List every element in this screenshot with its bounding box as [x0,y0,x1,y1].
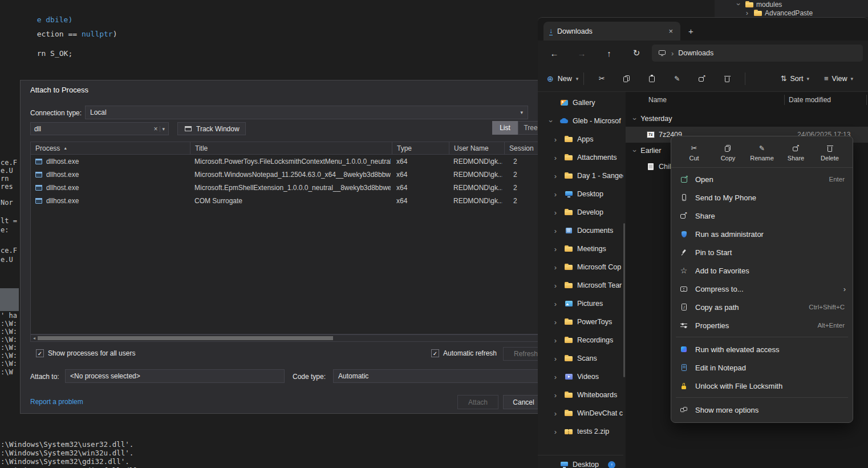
column-separator[interactable] [784,95,785,105]
chevron-icon[interactable] [551,336,559,345]
solution-tree-item[interactable]: modules [715,0,868,9]
chevron-icon[interactable] [551,135,559,144]
process-row[interactable]: dllhost.exe Microsoft.EpmShellExtension_… [31,181,543,194]
filter-dropdown-icon[interactable]: ▾ [160,126,165,132]
menu-item-compress-to[interactable]: Compress to... [671,280,853,298]
share-button[interactable] [689,74,715,83]
breadcrumb-downloads[interactable]: Downloads [678,49,713,57]
downloads-tab[interactable]: ↓ Downloads × [543,22,680,41]
menu-item-unlock-file-locksmith[interactable]: Unlock with File Locksmith [671,377,853,395]
menu-item-open[interactable]: Open Enter [671,170,853,188]
rename-button[interactable] [664,74,689,83]
menu-item-share[interactable]: Share [671,207,853,225]
chevron-icon[interactable] [551,245,559,253]
quick-cut-button[interactable]: Cut [678,139,710,166]
menu-item-send-to-phone[interactable]: Send to My Phone [671,188,853,207]
sidebar-item[interactable]: Microsoft Tear [538,276,623,294]
menu-item-show-more-options[interactable]: Show more options [671,401,853,419]
checkbox-checked-icon[interactable]: ✓ [431,349,439,357]
menu-item-edit-in-notepad[interactable]: Edit in Notepad [671,358,853,377]
chevron-icon[interactable] [735,0,743,9]
sidebar-item[interactable]: PowerToys [538,313,623,331]
sidebar-item[interactable]: WinDevChat c [538,404,623,422]
process-row[interactable]: dllhost.exe Microsoft.WindowsNotepad_11.… [31,168,543,181]
file-list-row[interactable]: Yesterday [626,111,868,127]
sidebar-item[interactable]: Gallery [538,94,623,112]
process-row[interactable]: dllhost.exe Microsoft.PowerToys.FileLock… [31,155,543,168]
chevron-icon[interactable] [551,172,559,180]
chevron-icon[interactable] [551,373,559,381]
chevron-icon[interactable] [551,281,559,290]
process-filter-input[interactable]: dll × ▾ [30,122,169,135]
scroll-left-icon[interactable]: ◂ [31,335,38,341]
column-header-user[interactable]: User Name [449,142,504,154]
scrollbar-thumb[interactable] [38,336,333,340]
quick-delete-button[interactable]: Delete [814,139,846,166]
column-header-process[interactable]: Process ▲ [31,142,190,154]
chevron-icon[interactable] [551,300,559,308]
sidebar-item[interactable]: Pictures [538,294,623,313]
column-header-title[interactable]: Title [190,142,392,154]
refresh-button[interactable]: ↻ [627,48,646,58]
chevron-icon[interactable] [551,154,559,162]
show-all-users-checkbox[interactable]: ✓ Show processes for all users [36,349,135,357]
clear-filter-icon[interactable]: × [151,125,160,133]
new-tab-button[interactable]: + [688,27,693,35]
horizontal-scrollbar[interactable]: ◂ ▸ [30,334,544,342]
chevron-icon[interactable] [547,117,555,126]
checkbox-checked-icon[interactable]: ✓ [36,349,44,357]
chevron-icon[interactable] [551,263,559,272]
copy-button[interactable] [614,74,639,83]
column-header-type[interactable]: Type [392,142,449,154]
list-toggle-button[interactable]: List [492,121,518,135]
chevron-icon[interactable] [551,227,559,235]
new-button[interactable]: ⊕ New ▾ [547,74,578,83]
chevron-icon[interactable] [551,354,559,363]
sidebar-scrollbar[interactable] [623,223,625,377]
menu-item-run-elevated[interactable]: Run with elevated access [671,340,853,358]
tab-close-icon[interactable]: × [667,27,675,35]
sidebar-item[interactable]: Recordings [538,331,623,349]
breadcrumb-chevron-icon[interactable]: › [671,49,674,58]
chevron-icon[interactable] [551,409,559,418]
sidebar-item[interactable]: Meetings [538,240,623,258]
cut-button[interactable] [589,74,614,83]
sidebar-item[interactable]: Apps [538,130,623,148]
sidebar-item[interactable]: Day 1 - Sangee [538,167,623,185]
quick-copy-button[interactable]: Copy [712,139,744,166]
sort-button[interactable]: ⇅ Sort ▾ [781,74,809,83]
sidebar-item[interactable]: Whiteboards [538,386,623,404]
code-type-field[interactable]: Automatic [333,369,554,383]
sidebar-item[interactable]: Microsoft Cop [538,258,623,276]
chevron-icon[interactable] [551,427,559,436]
connection-type-select[interactable]: Local ▾ [85,106,528,119]
automatic-refresh-checkbox[interactable]: ✓ Automatic refresh [431,349,497,357]
attach-button[interactable]: Attach [457,395,498,409]
sidebar-item[interactable]: Desktop [538,185,623,203]
sidebar-item[interactable]: Scans [538,349,623,368]
delete-button[interactable] [715,74,740,83]
track-window-button[interactable]: Track Window [177,122,246,135]
sidebar-item[interactable]: Videos [538,368,623,386]
chevron-icon[interactable] [551,208,559,217]
column-header-name[interactable]: Name [648,96,667,104]
report-a-problem-link[interactable]: Report a problem [30,398,83,406]
chevron-icon[interactable] [551,391,559,400]
sidebar-item[interactable]: tests 2.zip [538,422,623,441]
column-header-date-modified[interactable]: Date modified [789,96,831,104]
chevron-icon[interactable] [551,318,559,326]
chevron-icon[interactable] [743,9,751,17]
menu-item-pin-to-start[interactable]: Pin to Start [671,243,853,261]
group-chevron-icon[interactable] [634,147,636,155]
editor-scrollbar-thumb[interactable] [0,288,19,311]
sidebar-item[interactable]: Documents [538,221,623,240]
chevron-icon[interactable] [551,190,559,199]
menu-item-run-as-admin[interactable]: Run as administrator [671,225,853,243]
forward-button[interactable]: → [572,49,591,58]
back-button[interactable]: ← [545,49,564,58]
column-separator[interactable] [866,95,867,105]
sidebar-item[interactable]: Develop [538,203,623,221]
process-row[interactable]: dllhost.exe COM Surrogate x64 REDMOND\gk… [31,194,543,207]
group-chevron-icon[interactable] [634,115,636,123]
view-button[interactable]: ≡ View ▾ [824,74,853,83]
